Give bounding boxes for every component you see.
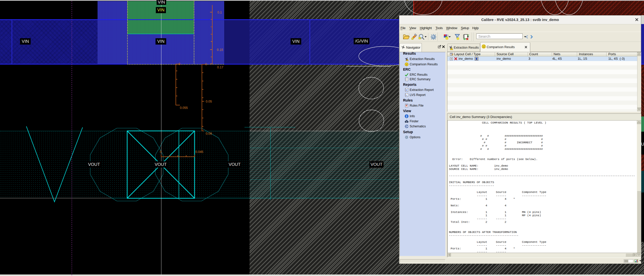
svg-text:L: L: [406, 94, 408, 96]
svg-text:0.15: 0.15: [217, 48, 223, 52]
svg-text:0.05: 0.05: [206, 100, 212, 103]
svg-text:0: 0: [179, 62, 180, 66]
svg-text:0: 0: [160, 150, 162, 154]
svg-text:0.055: 0.055: [180, 106, 188, 110]
svg-text:0.09: 0.09: [206, 132, 212, 135]
svg-text:0.17: 0.17: [217, 66, 223, 69]
svg-text:0.045: 0.045: [195, 150, 203, 154]
svg-text:0.1: 0.1: [217, 11, 222, 14]
svg-text:0: 0: [205, 63, 207, 66]
svg-text:E: E: [406, 89, 408, 91]
